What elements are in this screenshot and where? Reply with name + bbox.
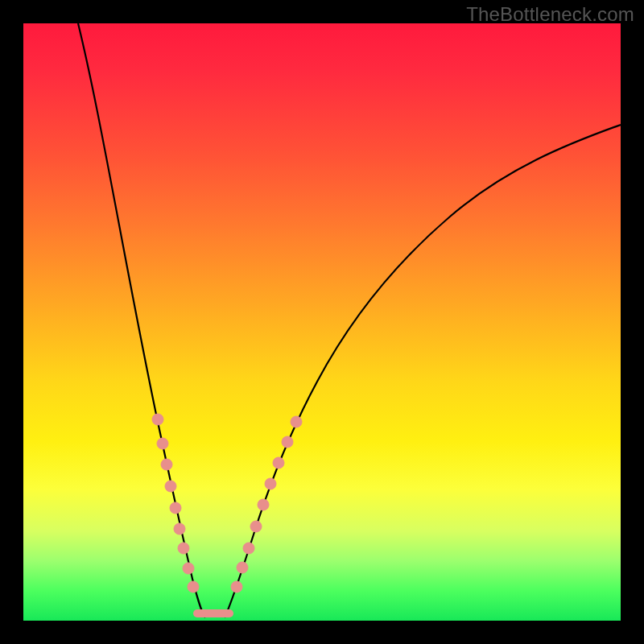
right-branch-curve	[225, 125, 621, 617]
svg-point-0	[152, 414, 163, 425]
right-marker-dots	[231, 416, 302, 592]
svg-point-14	[265, 478, 276, 489]
svg-point-10	[237, 562, 248, 573]
svg-point-13	[258, 499, 269, 510]
left-marker-dots	[152, 414, 199, 592]
curve-layer	[23, 23, 621, 621]
plot-area	[23, 23, 621, 621]
svg-point-9	[231, 581, 242, 592]
watermark-text: TheBottleneck.com	[466, 3, 634, 26]
svg-point-12	[250, 521, 262, 532]
svg-point-1	[157, 438, 168, 449]
svg-point-2	[161, 459, 172, 470]
svg-point-7	[183, 563, 194, 574]
svg-point-17	[291, 416, 302, 427]
left-branch-curve	[78, 23, 205, 617]
svg-point-8	[188, 581, 199, 592]
svg-point-11	[243, 543, 254, 554]
svg-point-6	[178, 543, 189, 554]
svg-point-4	[170, 502, 181, 514]
svg-point-16	[282, 436, 293, 448]
chart-frame: TheBottleneck.com	[0, 0, 644, 644]
svg-point-15	[273, 457, 284, 469]
svg-point-3	[165, 481, 176, 492]
svg-point-5	[174, 523, 185, 535]
